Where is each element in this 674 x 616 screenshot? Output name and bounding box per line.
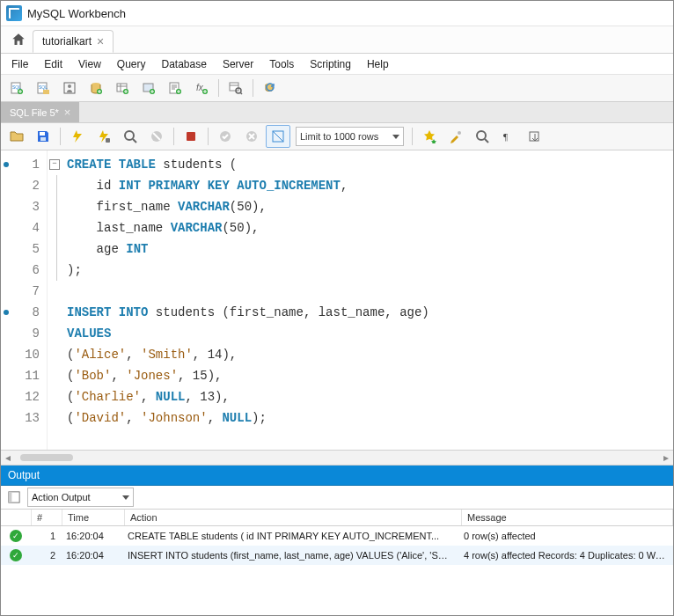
output-view-icon[interactable] — [6, 489, 22, 505]
new-sql-tab-icon[interactable]: SQL — [4, 77, 29, 99]
svg-line-22 — [240, 92, 242, 94]
title-bar: MySQL Workbench — [1, 1, 673, 26]
create-view-icon[interactable] — [136, 77, 161, 99]
svg-point-27 — [125, 131, 134, 140]
connection-tab-strip: tutorialkart × — [1, 26, 673, 54]
scrollbar-thumb[interactable] — [20, 454, 73, 461]
menu-file[interactable]: File — [4, 56, 35, 72]
editor-horizontal-scrollbar[interactable]: ◂ ▸ — [1, 451, 673, 466]
svg-text:¶: ¶ — [503, 131, 508, 142]
svg-line-28 — [133, 139, 136, 143]
query-toolbar: Limit to 1000 rows¶ — [1, 123, 673, 150]
output-col-Message[interactable]: Message — [462, 510, 673, 525]
wrap-lines-icon[interactable]: ¶ — [496, 125, 521, 148]
stop-icon[interactable] — [144, 125, 169, 148]
menu-view[interactable]: View — [71, 56, 108, 72]
close-icon[interactable]: × — [97, 35, 104, 48]
toggle-autocommit-icon[interactable] — [266, 125, 290, 148]
reconnect-icon[interactable] — [258, 77, 282, 99]
svg-point-6 — [68, 84, 71, 88]
sql-editor[interactable]: 12345678910111213 − CREATE TABLE student… — [1, 150, 673, 451]
save-file-icon[interactable] — [31, 125, 55, 148]
jump-icon[interactable] — [523, 125, 547, 148]
output-grid-header: #TimeActionMessage — [1, 510, 673, 526]
inspector-icon[interactable] — [57, 77, 82, 99]
rollback-icon[interactable] — [239, 125, 264, 148]
svg-rect-25 — [40, 137, 46, 141]
output-grid-body: ✓116:20:04CREATE TABLE students ( id INT… — [1, 526, 673, 565]
cancel-icon[interactable] — [179, 125, 203, 148]
output-type-select[interactable]: Action Output — [27, 488, 134, 507]
search-table-data-icon[interactable] — [223, 77, 248, 99]
home-button[interactable] — [4, 26, 33, 53]
output-type-label: Action Output — [32, 492, 91, 502]
svg-rect-41 — [9, 492, 12, 502]
open-sql-file-icon[interactable]: SQL — [31, 77, 55, 99]
query-tab-label: SQL File 5* — [10, 107, 59, 118]
svg-point-36 — [477, 131, 486, 140]
app-title: MySQL Workbench — [27, 7, 126, 20]
status-ok-icon: ✓ — [10, 549, 22, 561]
menu-database[interactable]: Database — [155, 56, 214, 72]
svg-line-37 — [485, 139, 488, 143]
svg-rect-31 — [187, 132, 195, 141]
query-tab[interactable]: SQL File 5* × — [1, 102, 79, 122]
svg-rect-24 — [40, 132, 45, 136]
connection-tab[interactable]: tutorialkart × — [33, 30, 114, 53]
create-table-icon[interactable] — [110, 77, 135, 99]
output-col-Action[interactable]: Action — [125, 510, 462, 525]
app-logo-icon — [6, 5, 22, 21]
beautify-icon[interactable] — [417, 125, 442, 148]
invisible-chars-icon[interactable] — [470, 125, 495, 148]
output-toolbar: Action Output — [1, 486, 673, 510]
open-file-icon[interactable] — [4, 125, 29, 148]
menu-tools[interactable]: Tools — [262, 56, 301, 72]
menu-edit[interactable]: Edit — [37, 56, 70, 72]
find-icon[interactable] — [443, 125, 468, 148]
scroll-right-icon[interactable]: ▸ — [659, 451, 673, 464]
home-icon — [11, 32, 26, 48]
output-panel-header: Output — [1, 466, 673, 486]
menu-query[interactable]: Query — [110, 56, 153, 72]
chevron-down-icon — [122, 495, 129, 500]
menu-scripting[interactable]: Scripting — [303, 56, 358, 72]
output-col-#[interactable]: # — [32, 510, 62, 525]
output-col-status[interactable] — [1, 510, 32, 525]
svg-rect-19 — [230, 83, 238, 91]
svg-point-35 — [458, 131, 461, 135]
output-row[interactable]: ✓216:20:04INSERT INTO students (first_na… — [1, 546, 673, 565]
svg-text:SQL: SQL — [39, 84, 48, 90]
main-toolbar: SQLSQLfx — [1, 75, 673, 102]
editor-code-area[interactable]: CREATE TABLE students ( id INT PRIMARY K… — [62, 150, 429, 450]
status-ok-icon: ✓ — [10, 530, 22, 542]
query-tab-strip: SQL File 5* × — [1, 102, 673, 123]
app-window: MySQL Workbench tutorialkart × FileEditV… — [0, 0, 674, 616]
create-schema-icon[interactable] — [84, 77, 108, 99]
connection-tab-label: tutorialkart — [42, 35, 92, 48]
create-function-icon[interactable]: fx — [189, 77, 214, 99]
menu-server[interactable]: Server — [216, 56, 260, 72]
menu-bar: FileEditViewQueryDatabaseServerToolsScri… — [1, 54, 673, 75]
execute-current-icon[interactable] — [92, 125, 116, 148]
chevron-down-icon — [392, 135, 399, 139]
commit-icon[interactable] — [213, 125, 238, 148]
output-grid: #TimeActionMessage ✓116:20:04CREATE TABL… — [1, 510, 673, 565]
output-row[interactable]: ✓116:20:04CREATE TABLE students ( id INT… — [1, 526, 673, 546]
execute-icon[interactable] — [65, 125, 90, 148]
fold-toggle[interactable]: − — [49, 159, 60, 170]
editor-gutter: 12345678910111213 — [1, 150, 48, 450]
scroll-left-icon[interactable]: ◂ — [1, 451, 15, 464]
row-limit-select[interactable]: Limit to 1000 rows — [296, 127, 404, 146]
fold-column: − — [48, 150, 62, 450]
explain-icon[interactable] — [118, 125, 143, 148]
output-header-label: Output — [8, 469, 40, 481]
output-col-Time[interactable]: Time — [62, 510, 125, 525]
menu-help[interactable]: Help — [360, 56, 396, 72]
close-icon[interactable]: × — [64, 106, 71, 119]
svg-rect-26 — [106, 138, 110, 143]
create-procedure-icon[interactable] — [163, 77, 187, 99]
